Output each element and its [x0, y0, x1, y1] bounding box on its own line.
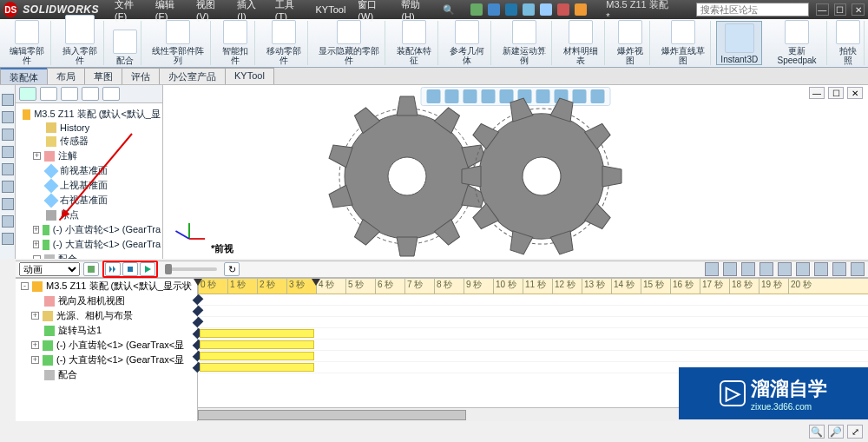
expand-toggle-icon[interactable]: + — [31, 341, 39, 349]
playhead-marker-icon[interactable] — [194, 279, 202, 290]
timeline-row[interactable] — [198, 351, 868, 362]
tl-zoom-out-icon[interactable]: 🔎 — [828, 425, 844, 439]
window-close-icon[interactable]: ✕ — [852, 3, 865, 16]
timeline-tree-node[interactable]: -M3.5 Z11 装配 (默认<默认_显示状 — [16, 279, 197, 294]
tl-zoom-fit-icon[interactable]: ⤢ — [847, 425, 863, 439]
qat-open-icon[interactable] — [488, 3, 500, 16]
cmd-bom[interactable]: 材料明细表 — [557, 21, 605, 65]
qat-rebuild-icon[interactable] — [557, 3, 569, 16]
window-minimize-icon[interactable]: — — [816, 3, 829, 16]
menu-kytool[interactable]: KYTool — [310, 4, 351, 15]
motion-type-select[interactable]: 动画 — [19, 262, 80, 276]
motion-settings-icon[interactable] — [832, 262, 846, 276]
timeline-segment[interactable] — [200, 340, 314, 349]
graphics-viewport[interactable]: — ☐ ✕ — [163, 85, 868, 259]
menu-window[interactable]: 窗口(W) — [352, 0, 394, 22]
cmd-explode-line-sketch[interactable]: 爆炸直线草图 — [655, 21, 711, 65]
timeline-row[interactable] — [198, 328, 868, 340]
tree-node[interactable]: 原点 — [17, 208, 161, 222]
cmd-new-motion-study[interactable]: 新建运动算例 — [496, 21, 552, 65]
timeline-row[interactable] — [198, 340, 868, 351]
timeline-tree-node[interactable]: +(-) 小直齿轮<1> (GearTrax<显 — [16, 338, 197, 353]
qat-new-icon[interactable] — [470, 3, 483, 16]
menu-help[interactable]: 帮助(H) — [396, 0, 436, 22]
motion-key-icon[interactable] — [723, 262, 737, 276]
timeline-ruler[interactable]: 0 秒1 秒2 秒3 秒4 秒5 秒6 秒7 秒8 秒9 秒10 秒11 秒12… — [198, 279, 868, 294]
tree-tab-property-icon[interactable] — [40, 87, 57, 101]
timeline-tree-node[interactable]: 旋转马达1 — [16, 323, 197, 338]
cmd-instant3d[interactable]: Instant3D — [716, 21, 762, 65]
lt-icon[interactable] — [2, 129, 14, 141]
qat-save-icon[interactable] — [505, 3, 517, 16]
lt-icon[interactable] — [2, 215, 14, 228]
timeline-segment[interactable] — [200, 363, 314, 372]
menu-tools[interactable]: 工具(T) — [270, 0, 309, 22]
tree-node[interactable]: +(-) 大直齿轮<1> (GearTra — [17, 237, 161, 252]
motion-collapse-icon[interactable] — [851, 262, 865, 276]
menu-edit[interactable]: 编辑(E) — [150, 0, 189, 22]
tree-tab-feature-icon[interactable] — [19, 87, 36, 101]
cmd-update-speedpak[interactable]: 更新Speedpak — [767, 21, 827, 65]
timeline-row[interactable] — [198, 306, 868, 317]
tree-node[interactable]: +注解 — [17, 148, 161, 163]
lt-icon[interactable] — [2, 198, 14, 210]
gear-large[interactable] — [442, 85, 641, 259]
timeline-segment[interactable] — [200, 352, 314, 360]
playback-speed-slider[interactable] — [165, 267, 217, 271]
timeline-tree[interactable]: -M3.5 Z11 装配 (默认<默认_显示状视向及相机视图+光源、相机与布景旋… — [16, 279, 198, 421]
cmd-assembly-feature[interactable]: 装配体特征 — [391, 21, 438, 65]
tree-node[interactable]: 传感器 — [17, 134, 161, 148]
cmd-insert-component[interactable]: 插入零部件 — [56, 21, 104, 65]
tree-root-node[interactable]: M3.5 Z11 装配 (默认<默认_显 — [17, 107, 161, 122]
lt-icon[interactable] — [2, 233, 14, 245]
lt-icon[interactable] — [2, 111, 14, 123]
cmd-exploded-view[interactable]: 爆炸视图 — [610, 21, 650, 65]
cmd-mate[interactable]: 配合 — [109, 21, 141, 65]
tree-node[interactable]: -配合 — [17, 252, 161, 259]
cmd-show-hidden[interactable]: 显示隐藏的零部件 — [313, 21, 385, 65]
timeline-tree-node[interactable]: 配合 — [16, 367, 197, 382]
expand-toggle-icon[interactable]: - — [33, 255, 41, 259]
tree-node[interactable]: 右视基准面 — [17, 193, 161, 208]
motion-motor-icon[interactable] — [741, 262, 755, 276]
cmd-move-component[interactable]: 移动零部件 — [260, 21, 308, 65]
expand-toggle-icon[interactable]: + — [31, 356, 39, 364]
community-search-input[interactable] — [696, 3, 809, 16]
lt-icon[interactable] — [2, 94, 14, 106]
timeline-segment[interactable] — [200, 329, 314, 338]
timeline-tree-node[interactable]: 视向及相机视图 — [16, 294, 197, 308]
cmd-edit-component[interactable]: 编辑零部件 — [3, 21, 51, 65]
playback-loop-icon[interactable]: ↻ — [224, 262, 240, 276]
motion-save-anim-icon[interactable] — [705, 262, 719, 276]
cmd-smart-fastener[interactable]: 智能扣件 — [216, 21, 256, 65]
motion-contact-icon[interactable] — [778, 262, 792, 276]
window-restore-icon[interactable]: ☐ — [834, 3, 847, 16]
qat-options-icon[interactable] — [575, 3, 587, 16]
menu-search-icon[interactable]: 🔍 — [437, 4, 460, 16]
timeline-row[interactable] — [198, 317, 868, 328]
tree-tab-config-icon[interactable] — [61, 87, 78, 101]
motion-spring-icon[interactable] — [760, 262, 773, 276]
calculate-icon[interactable] — [83, 262, 99, 276]
menu-file[interactable]: 文件(F) — [109, 0, 148, 22]
tab-evaluate[interactable]: 评估 — [122, 68, 160, 84]
tl-zoom-in-icon[interactable]: 🔍 — [809, 425, 825, 439]
lt-icon[interactable] — [2, 181, 14, 193]
tab-layout[interactable]: 布局 — [47, 68, 85, 84]
stop-icon[interactable] — [122, 262, 138, 276]
cmd-linear-pattern[interactable]: 线性零部件阵列 — [147, 21, 210, 65]
tree-node[interactable]: +(-) 小直齿轮<1> (GearTra — [17, 222, 161, 237]
feature-tree[interactable]: M3.5 Z11 装配 (默认<默认_显 History传感器+注解前视基准面上… — [16, 103, 162, 259]
lt-icon[interactable] — [2, 163, 14, 175]
tree-tab-dimxpert-icon[interactable] — [82, 87, 99, 101]
timeline-tree-node[interactable]: +光源、相机与布景 — [16, 308, 197, 323]
tab-kytool[interactable]: KYTool — [225, 68, 274, 84]
play-from-start-icon[interactable] — [105, 262, 121, 276]
motion-gravity-icon[interactable] — [796, 262, 810, 276]
tree-node[interactable]: 前视基准面 — [17, 163, 161, 178]
lt-icon[interactable] — [2, 146, 14, 158]
tab-sketch[interactable]: 草图 — [84, 68, 122, 84]
timeline-tree-node[interactable]: +(-) 大直齿轮<1> (GearTrax<显 — [16, 353, 197, 367]
timeline-row[interactable] — [198, 294, 868, 306]
expand-toggle-icon[interactable]: - — [21, 282, 29, 290]
